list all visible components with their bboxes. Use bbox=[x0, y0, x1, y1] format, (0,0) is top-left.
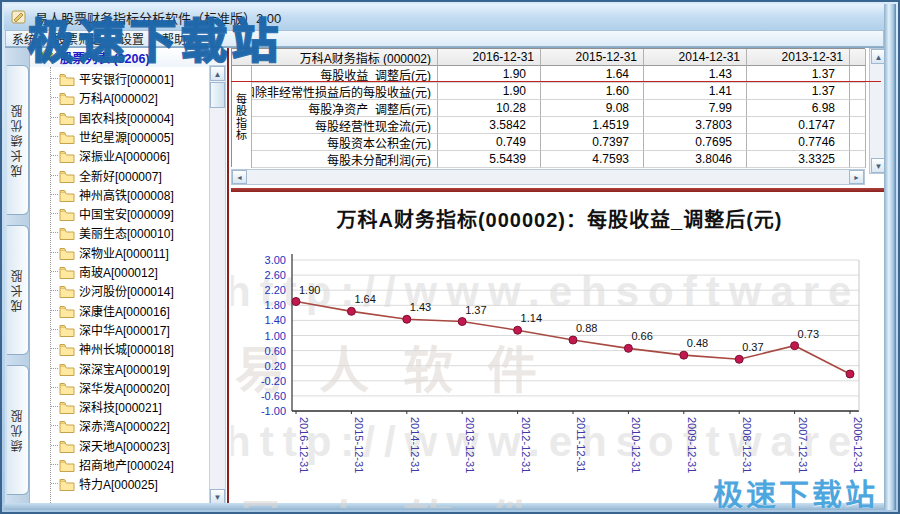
eps-line-chart: 3.002.602.201.801.401.000.600.20-0.20-0.… bbox=[231, 192, 888, 508]
tree-item[interactable]: 平安银行[000001] bbox=[30, 69, 174, 88]
y-tick-label: 2.60 bbox=[265, 269, 286, 281]
tree-item[interactable]: 中国宝安[000009] bbox=[30, 204, 174, 223]
folder-icon bbox=[59, 111, 75, 124]
menu-item-4[interactable]: 帮助 bbox=[162, 30, 186, 47]
menu-item-2[interactable]: 股票筛选 bbox=[54, 30, 102, 47]
table-row-label[interactable]: 每股资本公积金(元) bbox=[252, 134, 438, 151]
table-cell[interactable]: 6.98 bbox=[747, 100, 850, 117]
tree-item[interactable]: 招商地产[000024] bbox=[30, 455, 174, 474]
tree-item[interactable]: 深振业A[000006] bbox=[30, 146, 170, 165]
table-cell[interactable]: 3.5842 bbox=[438, 117, 541, 134]
side-tab-3[interactable]: 绩优股 bbox=[7, 365, 29, 495]
table-column-header[interactable]: 2015-12-31 bbox=[541, 49, 644, 66]
tree-item-label: 特力A[000025] bbox=[79, 475, 158, 492]
tree-item-label: 美丽生态[000010] bbox=[79, 224, 174, 241]
table-row-label[interactable]: 每股净资产_调整后(元) bbox=[252, 100, 438, 117]
table-cell[interactable]: 0.7746 bbox=[747, 134, 850, 151]
table-cell[interactable]: 0.7695 bbox=[644, 134, 747, 151]
folder-icon bbox=[59, 72, 75, 85]
stock-tree: 平安银行[000001]万科A[000002]国农科技[000004]世纪星源[… bbox=[30, 67, 209, 508]
tree-item[interactable]: 万科A[000002] bbox=[30, 88, 158, 107]
folder-icon bbox=[59, 207, 75, 220]
tree-item[interactable]: 美丽生态[000010] bbox=[30, 223, 174, 242]
x-tick-label: 2015-12-31 bbox=[353, 417, 365, 473]
scroll-up-icon[interactable]: ▲ bbox=[210, 66, 225, 81]
tree-branch-line bbox=[51, 78, 58, 79]
tree-item[interactable]: 南玻A[000012] bbox=[30, 262, 158, 281]
table-cell[interactable]: 1.4519 bbox=[541, 117, 644, 134]
table-header-stub bbox=[850, 49, 866, 66]
scroll-down-icon[interactable]: ▼ bbox=[210, 489, 225, 504]
tree-item[interactable]: 特力A[000025] bbox=[30, 474, 158, 493]
scrollbar-thumb[interactable] bbox=[210, 82, 225, 108]
table-cell[interactable]: 1.41 bbox=[644, 83, 747, 100]
table-row-stub bbox=[850, 134, 866, 151]
table-cell[interactable]: 3.8046 bbox=[644, 151, 747, 168]
folder-icon bbox=[59, 477, 75, 490]
title-bar[interactable]: 易人股票财务指标分析软件（标准版）2.00 bbox=[4, 4, 896, 30]
stock-list-scrollbar[interactable]: ▲ ▼ bbox=[209, 65, 226, 505]
tree-item-label: 沙河股份[000014] bbox=[79, 282, 174, 299]
table-cell[interactable]: 1.90 bbox=[438, 83, 541, 100]
table-row-label[interactable]: 每股经营性现金流(元) bbox=[252, 117, 438, 134]
table-cell[interactable]: 1.37 bbox=[747, 83, 850, 100]
x-tick-label: 2010-12-31 bbox=[630, 417, 642, 473]
table-row-stub bbox=[850, 100, 866, 117]
table-cell[interactable]: 0.7397 bbox=[541, 134, 644, 151]
tree-item[interactable]: 深康佳A[000016] bbox=[30, 301, 170, 320]
table-cell[interactable]: 7.99 bbox=[644, 100, 747, 117]
tree-item[interactable]: 世纪星源[000005] bbox=[30, 127, 174, 146]
table-row-label[interactable]: 每股未分配利润(元) bbox=[252, 151, 438, 168]
table-cell[interactable]: 3.7803 bbox=[644, 117, 747, 134]
tree-branch-line bbox=[51, 290, 58, 291]
table-scroll-right-icon[interactable]: ► bbox=[849, 170, 864, 184]
tree-item[interactable]: 全新好[000007] bbox=[30, 166, 162, 185]
table-cell[interactable]: 3.3325 bbox=[747, 151, 850, 168]
table-cell[interactable]: 0.1747 bbox=[747, 117, 850, 134]
folder-icon bbox=[59, 149, 75, 162]
table-cell[interactable]: 1.60 bbox=[541, 83, 644, 100]
table-cell[interactable]: 9.08 bbox=[541, 100, 644, 117]
tree-item-label: 深华发A[000020] bbox=[79, 379, 170, 396]
tree-item[interactable]: 深深宝A[000019] bbox=[30, 359, 170, 378]
table-column-header[interactable]: 2014-12-31 bbox=[644, 49, 747, 66]
menu-item-3[interactable]: 设置 bbox=[120, 30, 144, 47]
client-area: 成长绩优股成长股绩优股 股票列表 (3206) 平安银行[000001]万科A[… bbox=[5, 47, 888, 507]
table-cell[interactable]: 5.5439 bbox=[438, 151, 541, 168]
tree-item[interactable]: 神州高铁[000008] bbox=[30, 185, 174, 204]
table-row-label[interactable]: 扣除非经常性损益后的每股收益(元) bbox=[252, 83, 438, 100]
table-corner-header: 万科A财务指标 (000002) bbox=[232, 49, 438, 66]
tree-item[interactable]: 国农科技[000004] bbox=[30, 108, 174, 127]
tree-item-label: 深康佳A[000016] bbox=[79, 302, 170, 319]
table-cell[interactable]: 10.28 bbox=[438, 100, 541, 117]
side-tab-1[interactable]: 成长绩优股 bbox=[7, 65, 29, 215]
tree-item-label: 世纪星源[000005] bbox=[79, 128, 174, 145]
y-tick-label: 3.00 bbox=[265, 254, 286, 266]
table-scroll-left-icon[interactable]: ◄ bbox=[232, 170, 247, 184]
tree-item[interactable]: 深赤湾A[000022] bbox=[30, 416, 170, 435]
tree-item[interactable]: 深科技[000021] bbox=[30, 397, 162, 416]
tree-branch-line bbox=[51, 194, 58, 195]
tree-branch-line bbox=[51, 271, 58, 272]
tree-item[interactable]: 深天地A[000023] bbox=[30, 436, 170, 455]
side-tab-strip: 成长绩优股成长股绩优股 bbox=[5, 48, 30, 508]
chart-panel: http://www.ehsoftware 易人软件 http://www.eh… bbox=[231, 192, 888, 508]
table-cell[interactable]: 4.7593 bbox=[541, 151, 644, 168]
stock-list-root[interactable]: 股票列表 (3206) bbox=[30, 48, 227, 67]
side-tab-2[interactable]: 成长股 bbox=[7, 225, 29, 355]
data-point-label: 1.90 bbox=[299, 284, 320, 296]
table-column-header[interactable]: 2013-12-31 bbox=[747, 49, 850, 66]
tree-item[interactable]: 深中华A[000017] bbox=[30, 320, 170, 339]
folder-icon bbox=[59, 323, 75, 336]
table-hscrollbar[interactable]: ◄ ► bbox=[231, 169, 865, 185]
tree-item[interactable]: 深物业A[000011] bbox=[30, 243, 169, 262]
tree-branch-line bbox=[51, 252, 58, 253]
tree-item[interactable]: 神州长城[000018] bbox=[30, 339, 174, 358]
tree-item[interactable]: 沙河股份[000014] bbox=[30, 281, 174, 300]
table-column-header[interactable]: 2016-12-31 bbox=[438, 49, 541, 66]
tree-branch-line bbox=[51, 310, 58, 311]
folder-icon bbox=[59, 419, 75, 432]
table-cell[interactable]: 0.749 bbox=[438, 134, 541, 151]
tree-item[interactable]: 深华发A[000020] bbox=[30, 378, 170, 397]
menu-item-1[interactable]: 系统 bbox=[12, 30, 36, 47]
